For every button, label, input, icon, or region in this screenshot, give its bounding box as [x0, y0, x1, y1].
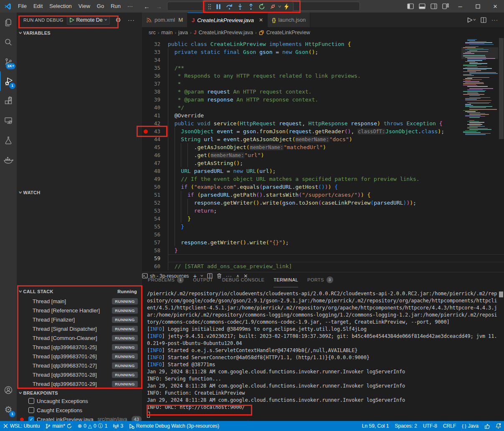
nav-back-button[interactable]: ← [144, 3, 150, 10]
breakpoint-gutter[interactable] [142, 175, 149, 183]
code-line-46[interactable]: 46 .get(memberName:"url") [142, 151, 504, 159]
remote-indicator[interactable]: WSL: Ubuntu [0, 421, 43, 431]
git-branch-indicator[interactable]: main* [43, 421, 75, 431]
breadcrumb-file[interactable]: CreateLinkPreview.java [198, 30, 253, 35]
tab-createlinkpreview-java[interactable]: J CreateLinkPreview.java ✕ [187, 13, 268, 27]
code-line-48[interactable]: 48 URL parsedURL = new URL(url); [142, 167, 504, 175]
toggle-secondary-sidebar-icon[interactable] [428, 0, 440, 13]
call-stack-thread[interactable]: Thread [qtp399683701-26]RUNNING [17, 352, 142, 361]
call-stack-thread[interactable]: Thread [Signal Dispatcher]RUNNING [17, 324, 142, 333]
code-line-38[interactable]: 38 * @param request An HTTP request cont… [142, 88, 504, 96]
breakpoint-gutter[interactable] [142, 104, 149, 112]
code-line-58[interactable]: 58 } [142, 246, 504, 254]
close-tab-icon[interactable]: ✕ [259, 17, 263, 23]
code-line-56[interactable]: 56 [142, 231, 504, 238]
indentation-setting[interactable]: Spaces: 2 [392, 421, 420, 431]
testing-icon[interactable] [0, 130, 17, 150]
code-line-53[interactable]: 53 return; [142, 207, 504, 215]
debug-dropdown-chevron-icon[interactable]: ˅ [278, 5, 281, 9]
call-stack-thread[interactable]: Thread [qtp399683701-29]RUNNING [17, 379, 142, 388]
breakpoint-gutter[interactable] [142, 48, 149, 56]
code-line-35[interactable]: 35 /** [142, 64, 504, 72]
code-line-37[interactable]: 37 * [142, 80, 504, 88]
breakpoint-gutter[interactable] [142, 215, 149, 223]
checkbox-unchecked[interactable] [28, 407, 34, 413]
panel-tab-terminal[interactable]: TERMINAL [274, 272, 298, 287]
split-editor-icon[interactable] [481, 17, 486, 23]
editor-more-actions-icon[interactable]: ··· [491, 17, 498, 23]
code-line-57[interactable]: 57 response.getWriter().write("{}"); [142, 238, 504, 246]
menu-[interactable]: ··· [124, 2, 136, 11]
breakpoint-gutter[interactable] [142, 80, 149, 88]
code-line-47[interactable]: 47 .getAsString(); [142, 159, 504, 167]
breakpoint-gutter[interactable] [142, 254, 149, 262]
breakpoint-gutter[interactable] [142, 96, 149, 104]
minimize-button[interactable]: ─ [451, 0, 469, 13]
close-window-button[interactable]: ✕ [486, 0, 504, 13]
breakpoint-caught-exceptions[interactable]: Caught Exceptions [17, 406, 142, 415]
launch-config-dropdown[interactable]: Remote De ˅ [67, 15, 110, 25]
remote-explorer-icon[interactable] [0, 111, 17, 130]
code-line-32[interactable]: 32public class CreateLinkPreview impleme… [142, 40, 504, 48]
checkbox-unchecked[interactable] [28, 398, 34, 404]
panel-tab-ports[interactable]: PORTS3 [307, 272, 333, 287]
restart-button[interactable] [257, 2, 267, 11]
tab-launch-json[interactable]: {} launch.json [268, 13, 310, 27]
drag-grip-icon[interactable] [207, 2, 213, 11]
code-line-50[interactable]: 50 if ("example.com".equals(parsedURL.ge… [142, 183, 504, 191]
breakpoint-gutter[interactable] [142, 199, 149, 207]
breakpoint-gutter[interactable] [142, 151, 149, 159]
call-stack-thread[interactable]: Thread [qtp399683701-25]RUNNING [17, 342, 142, 352]
menu-view[interactable]: View [75, 2, 94, 11]
customize-layout-icon[interactable] [440, 0, 451, 13]
breakpoint-gutter[interactable] [142, 207, 149, 215]
step-out-button[interactable] [246, 2, 256, 11]
code-line-33[interactable]: 33 private static final Gson gson = new … [142, 48, 504, 56]
call-stack-thread[interactable]: Thread [qtp399683701-28]RUNNING [17, 370, 142, 379]
call-stack-thread[interactable]: Thread [qtp399683701-27]RUNNING [17, 361, 142, 370]
code-line-55[interactable]: 55 } [142, 223, 504, 231]
breakpoint-gutter[interactable] [142, 119, 149, 127]
code-line-54[interactable]: 54 } [142, 215, 504, 223]
run-and-debug-icon[interactable]: 1 [0, 71, 17, 91]
breakpoint-dot-icon[interactable] [144, 129, 148, 134]
call-stack-thread[interactable]: Thread [main]RUNNING [17, 297, 142, 306]
code-line-41[interactable]: 41 @Override [142, 112, 504, 119]
breakpoint-gutter[interactable] [142, 191, 149, 199]
code-line-39[interactable]: 39 * @param response An HTTP response co… [142, 96, 504, 104]
language-mode[interactable]: { } Java [459, 421, 481, 431]
docker-icon[interactable] [0, 150, 17, 170]
breakpoint-uncaught-exceptions[interactable]: Uncaught Exceptions [17, 396, 142, 406]
code-line-40[interactable]: 40 */ [142, 104, 504, 112]
hot-code-replace-button[interactable] [281, 2, 291, 11]
code-line-36[interactable]: 36 * Responds to any HTTP request relate… [142, 72, 504, 80]
menu-run[interactable]: Run [107, 2, 124, 11]
code-line-43[interactable]: 43 JsonObject event = gson.fromJson(requ… [142, 127, 504, 135]
toggle-panel-icon[interactable] [416, 0, 428, 13]
code-line-34[interactable]: 34 [142, 56, 504, 64]
menu-go[interactable]: Go [94, 2, 107, 11]
code-editor[interactable]: 32public class CreateLinkPreview impleme… [142, 38, 504, 272]
breakpoint-gutter[interactable] [142, 72, 149, 80]
menu-selection[interactable]: Selection [46, 2, 75, 11]
settings-gear-icon[interactable]: ⚙ 1 [0, 400, 17, 419]
breakpoint-gutter[interactable] [142, 135, 149, 143]
panel-tab-debug-console[interactable]: DEBUG CONSOLE [222, 272, 264, 287]
breakpoint-gutter[interactable] [142, 159, 149, 167]
code-line-51[interactable]: 51 if (parsedURL.getPath().startsWith("/… [142, 191, 504, 199]
breakpoint-gutter[interactable] [142, 223, 149, 231]
terminal-scrollbar[interactable] [499, 292, 503, 297]
step-over-button[interactable] [224, 2, 234, 11]
breakpoint-gutter[interactable] [142, 127, 149, 135]
feedback-icon[interactable] [481, 421, 493, 431]
call-stack-thread[interactable]: Thread [Common-Cleaner]RUNNING [17, 333, 142, 342]
breakpoint-gutter[interactable] [142, 56, 149, 64]
terminal-output[interactable]: /pierrick/.m2/repository/io/cloudevents/… [147, 290, 498, 421]
sidebar-more-actions-icon[interactable]: ··· [128, 17, 135, 23]
panel-tab-problems[interactable]: PROBLEMS1 [148, 272, 184, 287]
ports-indicator[interactable]: 3 [110, 421, 126, 431]
disconnect-button[interactable] [268, 2, 278, 11]
problems-indicator[interactable]: ⊗0 △0 ⓘ1 [75, 421, 110, 431]
breadcrumb-java[interactable]: java [178, 30, 188, 35]
code-line-52[interactable]: 52 response.getWriter().write(gson.toJso… [142, 199, 504, 207]
